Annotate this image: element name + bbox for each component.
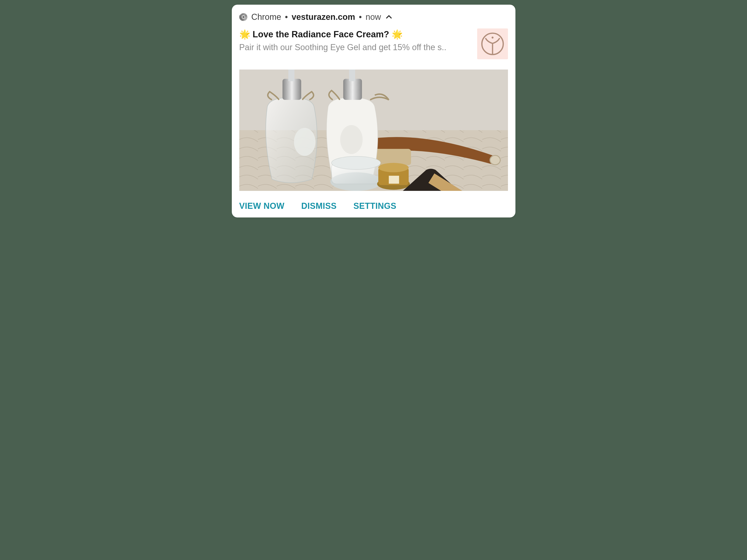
svg-point-11 <box>294 128 315 156</box>
separator-dot: • <box>359 12 362 22</box>
svg-point-2 <box>242 16 244 19</box>
notification-time: now <box>365 12 381 22</box>
svg-rect-15 <box>343 79 362 100</box>
notification-header: Chrome • vesturazen.com • now <box>232 5 515 25</box>
chevron-up-icon[interactable] <box>385 13 393 21</box>
svg-point-9 <box>490 155 500 165</box>
svg-point-19 <box>332 156 381 169</box>
brand-logo-icon <box>477 28 508 59</box>
separator-dot: • <box>285 12 288 22</box>
svg-rect-23 <box>389 176 399 184</box>
notification-body: Pair it with our Soothing Eye Gel and ge… <box>239 42 471 53</box>
view-now-button[interactable]: VIEW NOW <box>239 201 285 211</box>
svg-point-4 <box>491 37 493 38</box>
settings-button[interactable]: SETTINGS <box>354 201 396 211</box>
svg-point-14 <box>340 125 363 154</box>
notification-text-block: 🌟 Love the Radiance Face Cream? 🌟 Pair i… <box>239 28 471 53</box>
notification-card: Chrome • vesturazen.com • now 🌟 Love the… <box>232 5 515 217</box>
notification-content: 🌟 Love the Radiance Face Cream? 🌟 Pair i… <box>232 25 515 61</box>
svg-point-22 <box>378 163 409 172</box>
notification-actions: VIEW NOW DISMISS SETTINGS <box>232 195 515 217</box>
chrome-icon <box>239 13 248 21</box>
svg-rect-16 <box>349 70 355 81</box>
notification-hero-image <box>239 70 508 191</box>
app-name: Chrome <box>251 12 281 22</box>
notification-title: 🌟 Love the Radiance Face Cream? 🌟 <box>239 28 471 41</box>
svg-rect-12 <box>282 79 301 100</box>
svg-rect-13 <box>288 70 294 81</box>
dismiss-button[interactable]: DISMISS <box>301 201 337 211</box>
notification-domain: vesturazen.com <box>291 12 355 22</box>
